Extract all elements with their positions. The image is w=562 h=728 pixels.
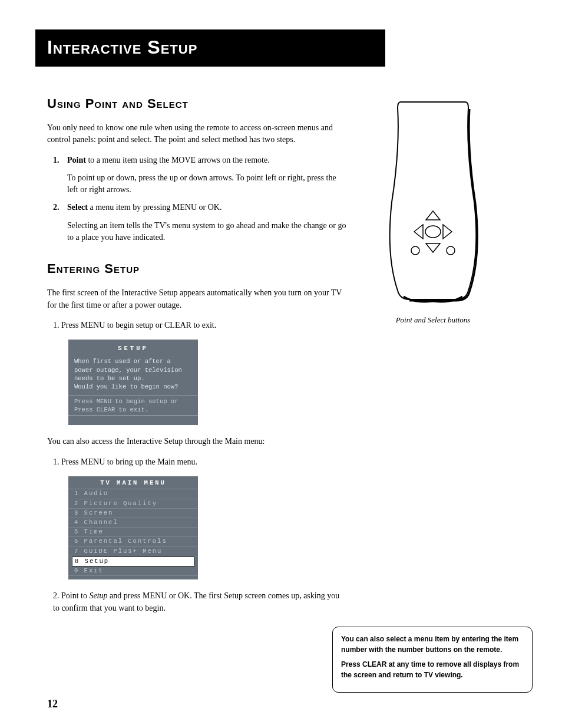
menu-title: TV MAIN MENU xyxy=(68,476,198,489)
remote-control-icon xyxy=(380,96,486,308)
svg-point-1 xyxy=(411,246,419,255)
section-heading-point-select: Using Point and Select xyxy=(47,96,348,111)
section2-intro: The first screen of the Interactive Setu… xyxy=(47,287,348,311)
tip-line-1: You can also select a menu item by enter… xyxy=(341,634,524,655)
section2-step2: 2. Point to Setup and press MENU or OK. … xyxy=(53,590,348,614)
menu-item: 5 Time xyxy=(68,528,198,537)
menu-item: 3 Screen xyxy=(68,509,198,518)
menu-item: 7 GUIDE Plus+ Menu xyxy=(68,547,198,556)
menu-item: 6 Parental Controls xyxy=(68,537,198,546)
section-heading-entering-setup: Entering Setup xyxy=(47,261,348,276)
tip-callout-box: You can also select a menu item by enter… xyxy=(332,627,533,693)
svg-point-0 xyxy=(425,226,441,238)
setup-screen-body: When first used or after a power outage,… xyxy=(68,356,198,396)
menu-item: 0 Exit xyxy=(68,566,198,576)
step-select: 2. Select a menu item by pressing MENU o… xyxy=(53,202,348,243)
sidebar-column: Point and Select buttons xyxy=(365,90,501,622)
tip-line-2: Press CLEAR at any time to remove all di… xyxy=(341,660,524,680)
setup-screen-title: SETUP xyxy=(68,344,198,353)
page-number: 12 xyxy=(47,698,58,710)
menu-item: 4 Channel xyxy=(68,518,198,528)
figure-caption: Point and Select buttons xyxy=(365,315,501,325)
point-select-steps: 1. Point to a menu item using the MOVE a… xyxy=(53,154,348,244)
setup-screen: SETUP When first used or after a power o… xyxy=(68,340,198,425)
chapter-title: Interactive Setup xyxy=(47,37,373,58)
chapter-title-bar: Interactive Setup xyxy=(35,29,385,67)
svg-point-2 xyxy=(447,246,455,255)
section1-intro: You only need to know one rule when usin… xyxy=(47,122,348,146)
setup-screen-hint: Press MENU to begin setup or Press CLEAR… xyxy=(68,396,198,416)
section2-step1: 1. Press MENU to begin setup or CLEAR to… xyxy=(53,319,348,331)
step-point: 1. Point to a menu item using the MOVE a… xyxy=(53,154,348,196)
menu-item: 1 Audio xyxy=(68,489,198,499)
menu-item: 8 Setup xyxy=(72,556,194,566)
remote-figure: Point and Select buttons xyxy=(365,96,501,325)
menu-item: 2 Picture Quality xyxy=(68,499,198,509)
tv-main-menu-screen: TV MAIN MENU 1 Audio2 Picture Quality3 S… xyxy=(68,476,198,579)
main-text-column: Using Point and Select You only need to … xyxy=(47,90,348,622)
section2-step1b: 1. Press MENU to bring up the Main menu. xyxy=(53,456,348,468)
section2-after1: You can also access the Interactive Setu… xyxy=(47,436,348,447)
